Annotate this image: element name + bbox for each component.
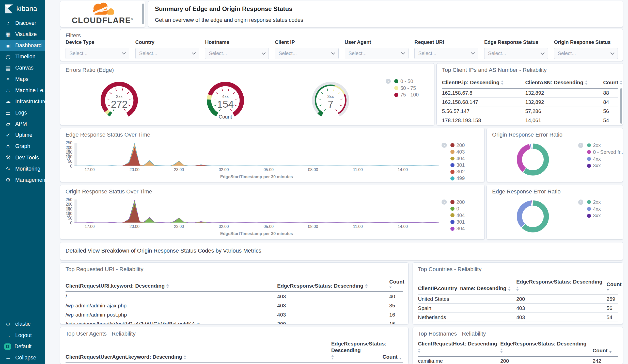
column-header-clientip-country-name-descending[interactable]: ClientIP.country_name: Descending <box>418 285 514 292</box>
legend-item-2xx[interactable]: ›2xx <box>578 199 601 206</box>
sidebar-item-elastic[interactable]: ☺elastic <box>0 319 45 330</box>
legend-item-3xx[interactable]: 3xx <box>578 162 623 169</box>
legend-item-499[interactable]: 499 <box>442 175 465 182</box>
legend-item-0-50[interactable]: ›0 - 50 <box>386 78 419 85</box>
gauge-3xx: 3xx7 <box>303 77 359 121</box>
compass-icon: ◔ <box>4 20 11 26</box>
legend-item-403[interactable]: 403 <box>442 148 465 155</box>
legend-item-75-100[interactable]: 75 - 100 <box>386 91 419 98</box>
sidebar-item-machine-le[interactable]: ∴Machine Le... <box>0 85 45 96</box>
x-axis-tick: 05:00 <box>261 224 276 229</box>
sidebar-item-canvas[interactable]: ▤Canvas <box>0 62 45 74</box>
filter-select-hostname[interactable]: Select... <box>205 48 269 59</box>
legend-expand-icon[interactable]: › <box>442 143 447 148</box>
filter-select-user-agent[interactable]: Select... <box>345 48 409 59</box>
legend-item-2xx[interactable]: ›2xx <box>578 142 623 149</box>
legend-item-302[interactable]: 302 <box>442 169 465 175</box>
sidebar-item-label: Machine Le... <box>15 87 48 94</box>
filter-label: Edge Response Status <box>484 39 548 45</box>
filter-select-origin-response-status[interactable]: Select... <box>554 48 618 59</box>
legend-item-301[interactable]: 301 <box>442 162 465 169</box>
column-header-count[interactable]: Count <box>389 278 408 289</box>
legend-item-4xx[interactable]: 4xx <box>578 156 623 162</box>
sidebar-item-management[interactable]: ⚙Management <box>0 174 45 186</box>
column-header-edgeresponsestatus-descending[interactable]: EdgeResponseStatus: Descending <box>331 340 380 360</box>
sidebar-item-default[interactable]: DDefault <box>0 341 45 352</box>
table-cell: 259 <box>607 296 623 302</box>
legend-expand-icon[interactable]: › <box>442 200 447 205</box>
sidebar-item-graph[interactable]: ⋔Graph <box>0 141 45 152</box>
table-header-row: ClientIP.ip: DescendingClientASN: Descen… <box>442 78 618 89</box>
sidebar-item-uptime[interactable]: ✓Uptime <box>0 130 45 141</box>
legend-expand-icon[interactable]: › <box>578 200 583 205</box>
legend-item-200[interactable]: ›200 <box>442 199 465 205</box>
data-table: ClientRequestHost: DescendingEdgeRespons… <box>418 339 618 364</box>
sidebar-item-logs[interactable]: ☰Logs <box>0 107 45 118</box>
table-cell: 162.158.67.8 <box>442 90 523 96</box>
sidebar-item-label: Dashboard <box>15 42 42 49</box>
column-header-edgeresponsestatus-descending[interactable]: EdgeResponseStatus: Descending <box>516 278 604 292</box>
maps-pin-icon: ⌖ <box>4 76 11 82</box>
column-header-clientrequestuseragent-keyword-descending[interactable]: ClientRequestUserAgent.keyword: Descendi… <box>66 354 329 360</box>
sidebar-item-dashboard[interactable]: ▣Dashboard <box>0 40 45 51</box>
filters-row: Device TypeSelect...CountrySelect...Host… <box>66 39 618 59</box>
column-header-edgeresponsestatus-descending[interactable]: EdgeResponseStatus: Descending <box>500 340 590 354</box>
column-header-count[interactable]: Count <box>592 347 622 354</box>
filter-label: Request URI <box>414 39 478 45</box>
x-axis-title: EdgeStartTimestamp per 30 minutes <box>74 174 439 179</box>
sidebar-item-monitoring[interactable]: ∿Monitoring <box>0 163 45 174</box>
column-header-clientip-ip-descending[interactable]: ClientIP.ip: Descending <box>442 79 523 86</box>
legend-item-50-75[interactable]: 50 - 75 <box>386 85 419 92</box>
sidebar-item-maps[interactable]: ⌖Maps <box>0 74 45 85</box>
sidebar-item-discover[interactable]: ◔Discover <box>0 18 45 29</box>
chevron-down-icon <box>331 51 335 55</box>
gauge-2xx: 2xx272 <box>91 77 147 121</box>
legend-item-4xx[interactable]: 4xx <box>578 206 601 212</box>
legend-item-404[interactable]: 404 <box>442 155 465 162</box>
legend-label: 3xx <box>593 213 601 219</box>
column-header-clientrequesturi-keyword-descending[interactable]: ClientRequestURI.keyword: Descending <box>66 283 275 289</box>
legend-item-301[interactable]: 301 <box>442 219 465 225</box>
sidebar-item-infrastructure[interactable]: ☁Infrastructure <box>0 96 45 107</box>
timelion-clock-icon: ◷ <box>4 54 11 60</box>
filter-select-device-type[interactable]: Select... <box>66 48 129 59</box>
column-header-clientrequesthost-descending[interactable]: ClientRequestHost: Descending <box>418 340 498 354</box>
legend-label: 404 <box>457 212 465 218</box>
sidebar-item-apm[interactable]: ▱APM <box>0 119 45 130</box>
legend-label: 2xx <box>593 142 601 148</box>
sidebar-item-label: Management <box>15 177 47 183</box>
column-header-count[interactable]: Count <box>607 281 623 292</box>
panel-title: Top User Agents - Reliability <box>66 330 136 337</box>
column-header-count[interactable]: Count <box>603 79 622 86</box>
filter-select-client-ip[interactable]: Select... <box>275 48 339 59</box>
legend-item-3xx[interactable]: 3xx <box>578 212 601 219</box>
sidebar-item-logout[interactable]: →Logout <box>0 330 45 341</box>
sidebar-item-collapse[interactable]: ←Collapse <box>0 352 45 363</box>
legend-item-0[interactable]: 0 <box>442 205 465 212</box>
filter-label: Origin Response Status <box>554 39 618 45</box>
legend-item-404[interactable]: 404 <box>442 212 465 219</box>
legend-color-dot <box>394 79 398 83</box>
legend-expand-icon[interactable]: › <box>386 79 391 84</box>
filter-select-request-uri[interactable]: Select... <box>414 48 478 59</box>
legend-color-dot <box>450 150 454 154</box>
legend-expand-icon[interactable]: › <box>578 143 583 148</box>
dev-tools-wrench-icon: ⚒ <box>4 154 11 161</box>
column-header-count[interactable]: Count <box>383 354 408 360</box>
legend-item-200[interactable]: ›200 <box>442 142 465 148</box>
legend-label: 404 <box>457 156 465 161</box>
column-header-clientasn-descending[interactable]: ClientASN: Descending <box>525 79 601 86</box>
legend-item-304[interactable]: 304 <box>442 225 465 232</box>
sort-icon <box>166 284 169 288</box>
sidebar-item-timelion[interactable]: ◷Timelion <box>0 51 45 62</box>
filter-select-edge-response-status[interactable]: Select... <box>484 48 548 59</box>
panel-scrollbar[interactable] <box>142 4 144 24</box>
column-header-edgeresponsestatus-descending[interactable]: EdgeResponseStatus: Descending <box>277 283 387 289</box>
kibana-logo[interactable]: kibana <box>0 0 45 18</box>
legend-item-0-served-fr[interactable]: 0 - Served fr... <box>578 149 623 156</box>
sidebar-item-dev-tools[interactable]: ⚒Dev Tools <box>0 152 45 163</box>
sidebar-item-visualize[interactable]: ▦Visualize <box>0 29 45 40</box>
legend-label: 0 - Served fr... <box>593 149 623 155</box>
chart-legend: ›2xx4xx3xx <box>578 199 601 219</box>
filter-select-country[interactable]: Select... <box>135 48 199 59</box>
